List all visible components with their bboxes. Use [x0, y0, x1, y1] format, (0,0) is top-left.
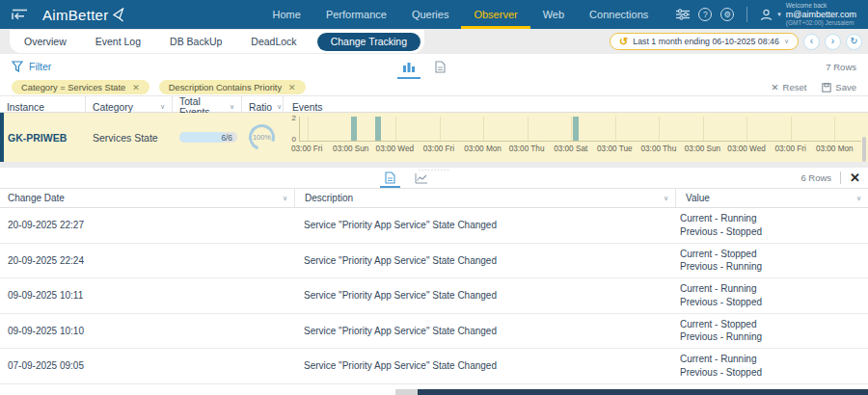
detail-view-toggles	[383, 168, 430, 188]
table-row[interactable]: 09-09-2025 10:10 Service "Priority App S…	[0, 314, 868, 350]
refresh-button[interactable]: ↻	[846, 34, 862, 50]
ratio-cell: 100%	[241, 113, 283, 162]
value-current: Current - Running	[680, 353, 756, 366]
filter-chip-description[interactable]: Description Contains Priority ✕	[159, 80, 306, 94]
nav-item-queries[interactable]: Queries	[399, 0, 462, 29]
summary-row-gk-priweb[interactable]: GK-PRIWEB Services State 6/6 100% 2 0 03…	[0, 113, 868, 162]
navbar-divider	[746, 7, 747, 22]
col-header-value[interactable]: Value ∨	[675, 189, 868, 207]
filter-chip-category[interactable]: Category = Services State ✕	[12, 80, 149, 94]
nav-item-web[interactable]: Web	[530, 0, 577, 29]
y-axis-tick-max: 2	[292, 115, 296, 122]
nav-item-performance[interactable]: Performance	[313, 0, 399, 29]
vertical-scrollbar-thumb[interactable]	[862, 137, 866, 162]
change-date-cell: 20-09-2025 22:24	[0, 244, 294, 278]
sort-chevron-icon[interactable]: ∨	[277, 103, 282, 111]
value-current: Current - Running	[680, 212, 756, 225]
detail-panel-header: ·········· 6 Rows ✕	[0, 168, 868, 189]
collapse-sidebar-icon[interactable]	[12, 7, 29, 22]
instance-cell[interactable]: GK-PRIWEB	[0, 113, 85, 162]
nav-item-observer[interactable]: Observer	[461, 0, 529, 29]
table-row[interactable]: 09-09-2025 10:11 Service "Priority App S…	[0, 278, 868, 314]
filter-label[interactable]: Filter	[29, 61, 51, 72]
value-current: Current - Stopped	[680, 248, 757, 261]
save-filters-button[interactable]: Save	[822, 82, 856, 92]
x-axis-tick: 03:00 Sun	[685, 145, 720, 153]
filter-actions: ✕ Reset Save	[772, 82, 856, 92]
x-axis-tick: 03:00 Wed	[727, 145, 765, 153]
chart-view-icon[interactable]	[400, 54, 418, 79]
value-cell: Current - Running Previous - Stopped	[675, 278, 868, 313]
tab-overview[interactable]: Overview	[10, 36, 81, 47]
trend-view-icon[interactable]	[413, 168, 430, 188]
chevron-down-icon: ▾	[777, 11, 781, 18]
x-axis-tick: 03:00 Fri	[423, 145, 454, 153]
user-info: Welcome back m@aimbetter.com (GMT+02:00)…	[786, 2, 856, 26]
tab-event-log[interactable]: Event Log	[81, 36, 155, 47]
help-icon[interactable]: ?	[698, 8, 712, 21]
events-plot	[299, 117, 861, 142]
brand-logo[interactable]: AimBetter	[42, 7, 125, 23]
chevron-down-icon: ∨	[784, 38, 789, 45]
x-axis-tick: 03:00 Thu	[509, 145, 545, 153]
observer-tabs-row: Overview Event Log DB BackUp DeadLock Ch…	[0, 29, 868, 54]
settings-gear-icon[interactable]: ⚙	[720, 8, 734, 21]
tab-change-tracking[interactable]: Change Tracking	[317, 33, 420, 51]
ratio-value: 100%	[253, 133, 271, 142]
col-header-change-date[interactable]: Change Date ∨	[0, 189, 294, 207]
nav-item-connections[interactable]: Connections	[577, 0, 661, 29]
observer-tabs: Overview Event Log DB BackUp DeadLock Ch…	[10, 30, 424, 53]
chip-close-icon[interactable]: ✕	[132, 83, 140, 92]
sort-chevron-icon[interactable]: ∨	[160, 103, 165, 111]
save-icon	[822, 83, 831, 92]
value-previous: Previous - Running	[680, 330, 762, 344]
x-axis-tick: 03:00 Wed	[376, 145, 414, 153]
user-email: m@aimbetter.com	[786, 10, 856, 19]
active-filters-row: Category = Services State ✕ Description …	[0, 79, 868, 96]
event-bar[interactable]	[573, 117, 579, 141]
time-controls: ↺ Last 1 month ending 06-10-2025 08:46 ∨…	[610, 29, 862, 54]
events-ticks: 03:00 Fri03:00 Sun03:00 Wed03:00 Fri03:0…	[299, 142, 861, 155]
sort-chevron-icon[interactable]: ∨	[283, 195, 287, 202]
description-cell: Service "Priority App Service" State Cha…	[294, 349, 675, 383]
sort-chevron-icon[interactable]: ∨	[664, 195, 668, 202]
filter-funnel-icon[interactable]	[12, 61, 23, 72]
table-row[interactable]: 07-09-2025 09:05 Service "Priority App S…	[0, 349, 868, 384]
sort-chevron-icon[interactable]: ∨	[230, 103, 234, 111]
main-nav: Home Performance Queries Observer Web Co…	[260, 0, 662, 29]
time-range-selector[interactable]: ↺ Last 1 month ending 06-10-2025 08:46 ∨	[610, 33, 799, 50]
x-axis-tick: 03:00 Mon	[816, 145, 854, 153]
value-current: Current - Stopped	[680, 318, 757, 331]
x-axis-tick: 03:00 Sun	[333, 145, 368, 153]
brand-logo-icon	[111, 8, 125, 22]
close-detail-button[interactable]: ✕	[850, 171, 860, 184]
prev-period-button[interactable]: ‹	[803, 34, 820, 50]
top-navbar: AimBetter Home Performance Queries Obser…	[0, 0, 868, 29]
tab-db-backup[interactable]: DB BackUp	[155, 36, 236, 47]
event-bar[interactable]	[351, 117, 357, 141]
user-menu[interactable]: ▾ Welcome back m@aimbetter.com (GMT+02:0…	[760, 2, 856, 26]
events-timeline-chart[interactable]: 2 0 03:00 Fri03:00 Sun03:00 Wed03:00 Fri…	[283, 113, 868, 162]
rows-count: 7 Rows	[826, 62, 856, 72]
next-period-button[interactable]: ›	[825, 34, 841, 50]
change-date-cell: 09-09-2025 10:11	[0, 278, 294, 313]
reset-filters-button[interactable]: ✕ Reset	[772, 82, 807, 92]
preferences-sliders-icon[interactable]	[676, 9, 690, 20]
table-row[interactable]: 20-09-2025 22:24 Service "Priority App S…	[0, 244, 868, 279]
horizontal-scrollbar-thumb[interactable]	[418, 389, 868, 395]
chip-close-icon[interactable]: ✕	[288, 83, 296, 92]
table-row[interactable]: 20-09-2025 22:27 Service "Priority App S…	[0, 208, 868, 244]
progress-label: 6/6	[221, 132, 232, 143]
detail-rows-count: 6 Rows	[800, 172, 831, 183]
category-cell: Services State	[85, 113, 172, 162]
table-view-icon[interactable]	[383, 168, 397, 188]
nav-item-home[interactable]: Home	[260, 0, 313, 29]
horizontal-scrollbar-track[interactable]	[395, 389, 418, 395]
export-file-icon[interactable]	[433, 54, 448, 79]
event-bar[interactable]	[375, 117, 381, 141]
tab-deadlock[interactable]: DeadLock	[236, 36, 311, 47]
sort-chevron-icon[interactable]: ∨	[856, 195, 861, 202]
col-header-description[interactable]: Description ∨	[294, 189, 675, 207]
value-previous: Previous - Stopped	[680, 225, 762, 239]
x-axis-tick: 03:00 Tue	[597, 145, 632, 153]
